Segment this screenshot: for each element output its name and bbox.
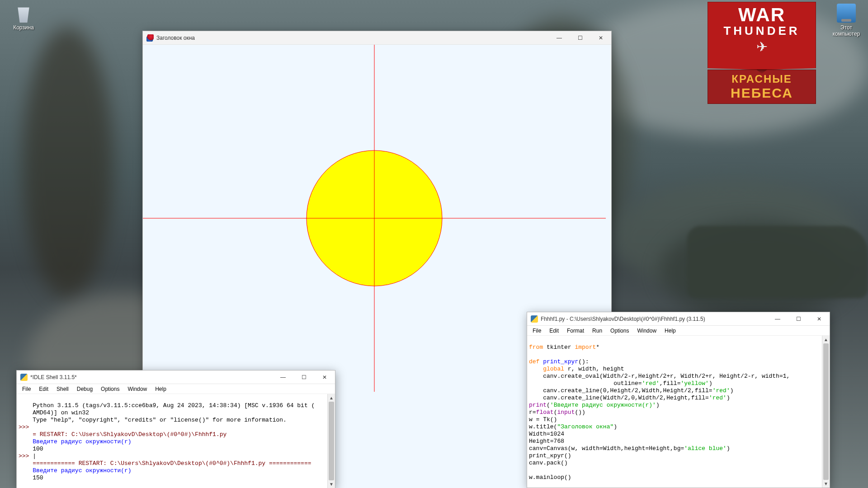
scroll-thumb[interactable] xyxy=(329,402,334,480)
menu-item-window[interactable]: Window xyxy=(633,327,660,335)
menu-item-file[interactable]: File xyxy=(19,385,34,393)
shell-title: *IDLE Shell 3.11.5* xyxy=(30,374,273,380)
scroll-up-icon[interactable]: ▲ xyxy=(328,394,335,402)
python-icon xyxy=(531,315,538,323)
editor-code[interactable]: from tkinter import* def print_круг(): g… xyxy=(527,336,822,488)
tk-titlebar[interactable]: Заголовок окна ― ☐ ✕ xyxy=(143,31,611,45)
menu-item-debug[interactable]: Debug xyxy=(73,385,96,393)
shell-titlebar[interactable]: *IDLE Shell 3.11.5* ― ☐ ✕ xyxy=(17,371,335,384)
menu-item-edit[interactable]: Edit xyxy=(546,327,562,335)
idle-shell-window[interactable]: *IDLE Shell 3.11.5* ― ☐ ✕ FileEditShellD… xyxy=(16,370,335,488)
close-button[interactable]: ✕ xyxy=(809,312,830,326)
airplane-icon: ✈ xyxy=(708,39,816,55)
wt-sub-2: НЕБЕСА xyxy=(708,85,816,101)
caret: | xyxy=(33,453,36,460)
minimize-button[interactable]: ― xyxy=(767,312,788,326)
maximize-button[interactable]: ☐ xyxy=(788,312,809,326)
menu-item-run[interactable]: Run xyxy=(589,327,606,335)
recycle-bin-icon[interactable]: Корзина xyxy=(5,4,42,31)
this-pc-icon[interactable]: Этот компьютер xyxy=(828,4,864,37)
shell-output[interactable]: Python 3.11.5 (tags/v3.11.5:cce6ba9, Aug… xyxy=(17,394,327,488)
scroll-down-icon[interactable]: ▼ xyxy=(822,480,830,488)
war-thunder-overlay: WAR THUNDER ✈ КРАСНЫЕ НЕБЕСА xyxy=(708,2,816,104)
wt-sub-1: КРАСНЫЕ xyxy=(708,73,816,85)
tk-title: Заголовок окна xyxy=(156,35,549,41)
editor-title: Fhhhf1.py - C:\Users\ShlyakovD\Desktop\(… xyxy=(541,316,767,322)
prompt: >>> xyxy=(19,453,33,460)
maximize-button[interactable]: ☐ xyxy=(570,31,590,45)
shell-scrollbar[interactable]: ▲ ▼ xyxy=(327,394,335,488)
editor-menubar[interactable]: FileEditFormatRunOptionsWindowHelp xyxy=(527,326,830,336)
menu-item-help[interactable]: Help xyxy=(151,385,170,393)
prompt: >>> xyxy=(19,424,33,431)
menu-item-file[interactable]: File xyxy=(529,327,545,335)
editor-scrollbar[interactable]: ▲ ▼ xyxy=(822,336,830,488)
menu-item-options[interactable]: Options xyxy=(607,327,632,335)
close-button[interactable]: ✕ xyxy=(590,31,611,45)
menu-item-edit[interactable]: Edit xyxy=(35,385,52,393)
menu-item-format[interactable]: Format xyxy=(563,327,588,335)
menu-item-shell[interactable]: Shell xyxy=(53,385,72,393)
scroll-up-icon[interactable]: ▲ xyxy=(822,336,830,343)
editor-titlebar[interactable]: Fhhhf1.py - C:\Users\ShlyakovD\Desktop\(… xyxy=(527,312,830,326)
tk-feather-icon xyxy=(146,34,154,42)
wt-title-1: WAR xyxy=(708,7,816,23)
recycle-bin-label: Корзина xyxy=(5,24,42,31)
minimize-button[interactable]: ― xyxy=(549,31,570,45)
python-icon xyxy=(20,374,28,381)
minimize-button[interactable]: ― xyxy=(273,371,293,384)
close-button[interactable]: ✕ xyxy=(314,371,335,384)
menu-item-window[interactable]: Window xyxy=(124,385,151,393)
menu-item-help[interactable]: Help xyxy=(661,327,679,335)
monitor-icon xyxy=(837,4,856,23)
scroll-down-icon[interactable]: ▼ xyxy=(328,480,335,488)
this-pc-label: Этот компьютер xyxy=(828,24,864,37)
trash-icon xyxy=(14,4,33,23)
maximize-button[interactable]: ☐ xyxy=(293,371,314,384)
scroll-thumb[interactable] xyxy=(823,343,829,480)
menu-item-options[interactable]: Options xyxy=(97,385,123,393)
idle-editor-window[interactable]: Fhhhf1.py - C:\Users\ShlyakovD\Desktop\(… xyxy=(527,312,830,488)
wt-title-2: THUNDER xyxy=(708,24,816,38)
shell-menubar[interactable]: FileEditShellDebugOptionsWindowHelp xyxy=(17,384,335,394)
